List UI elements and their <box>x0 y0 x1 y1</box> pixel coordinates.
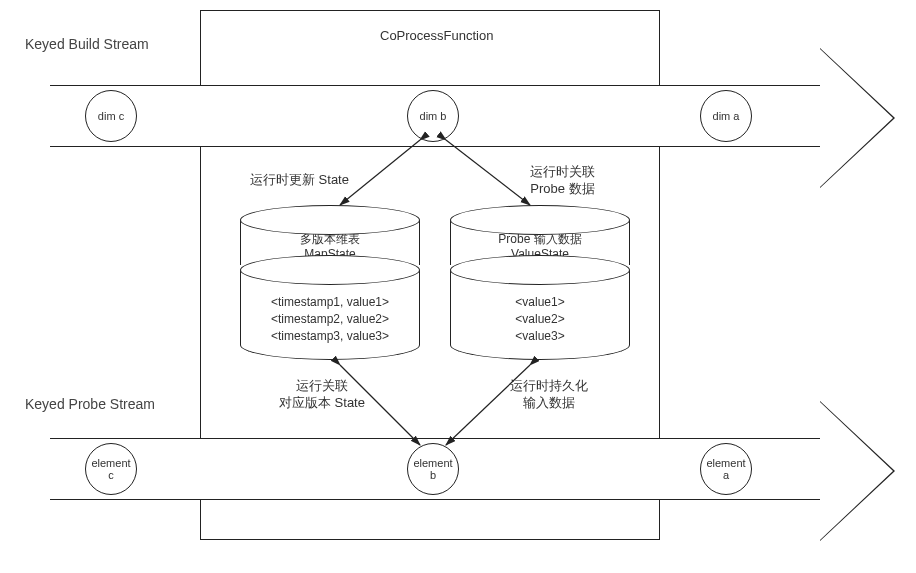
valuestate-row3: <value3> <box>515 328 564 345</box>
element-a-label: element a <box>706 457 745 481</box>
valuestate-row1: <value1> <box>515 294 564 311</box>
dim-c-node: dim c <box>85 90 137 142</box>
element-c-label: element c <box>91 457 130 481</box>
element-c-node: element c <box>85 443 137 495</box>
element-b-label: element b <box>413 457 452 481</box>
annotation-top-right: 运行时关联 Probe 数据 <box>530 164 595 198</box>
annotation-bottom-left: 运行关联 对应版本 State <box>279 378 365 412</box>
dim-a-node: dim a <box>700 90 752 142</box>
dim-a-label: dim a <box>713 110 740 122</box>
function-title: CoProcessFunction <box>380 28 493 45</box>
dim-b-label: dim b <box>420 110 447 122</box>
dim-c-label: dim c <box>98 110 124 122</box>
element-b-node: element b <box>407 443 459 495</box>
valuestate-row2: <value2> <box>515 311 564 328</box>
element-a-node: element a <box>700 443 752 495</box>
probe-stream-label: Keyed Probe Stream <box>25 395 155 413</box>
annotation-top-left: 运行时更新 State <box>250 172 349 189</box>
mapstate-cylinder: 多版本维表 MapState <timestamp1, value1> <tim… <box>240 205 420 360</box>
mapstate-row3: <timestamp3, value3> <box>271 328 389 345</box>
mapstate-row1: <timestamp1, value1> <box>271 294 389 311</box>
valuestate-cylinder: Probe 输入数据 ValueState <value1> <value2> … <box>450 205 630 360</box>
build-stream-label: Keyed Build Stream <box>25 35 149 53</box>
mapstate-row2: <timestamp2, value2> <box>271 311 389 328</box>
dim-b-node: dim b <box>407 90 459 142</box>
annotation-bottom-right: 运行时持久化 输入数据 <box>510 378 588 412</box>
